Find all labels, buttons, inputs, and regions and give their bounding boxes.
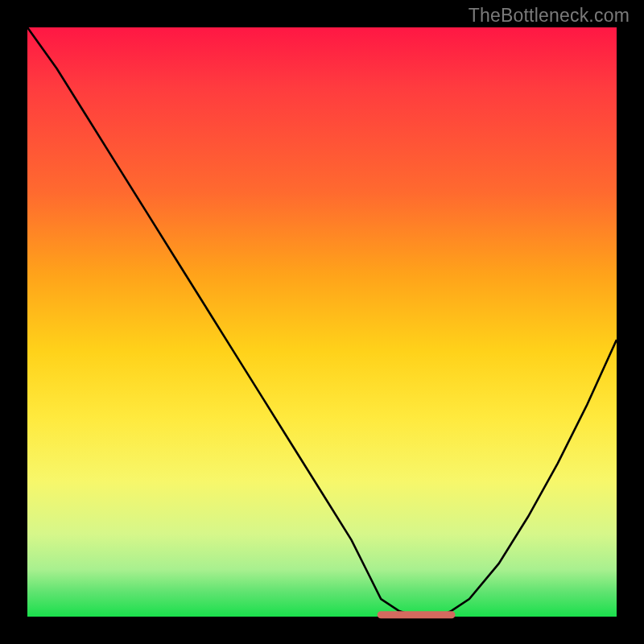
chart-frame: TheBottleneck.com (0, 0, 644, 644)
bottleneck-curve-svg (27, 27, 617, 617)
bottleneck-curve-line (27, 27, 617, 617)
watermark-text: TheBottleneck.com (469, 5, 630, 27)
plot-area (27, 27, 617, 617)
